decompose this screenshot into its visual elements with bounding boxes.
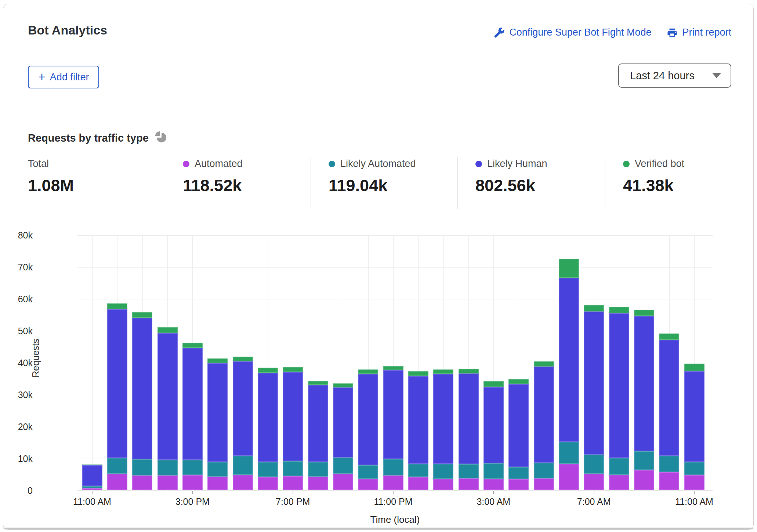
bar-segment-likely-automated (333, 458, 353, 474)
bot-analytics-card: Bot Analytics Configure Super Bot Fight … (3, 4, 754, 530)
bar-segment-likely-human (508, 384, 529, 467)
y-tick-label: 20k (0, 422, 33, 432)
stacked-bar-10-00-pm[interactable] (358, 369, 378, 490)
bar-segment-verified-bot (609, 307, 629, 313)
y-tick-label: 70k (0, 262, 33, 273)
stat-label: Likely Automated (340, 158, 416, 170)
add-filter-label: Add filter (50, 72, 89, 83)
bar-segment-verified-bot (659, 334, 679, 340)
bar-segment-automated (609, 475, 629, 490)
section-title: Requests by traffic type (28, 132, 149, 144)
stacked-bar-4-00-pm[interactable] (207, 358, 228, 490)
y-tick-label: 50k (0, 326, 33, 336)
stacked-bar-5-00-am[interactable] (534, 361, 554, 490)
x-tick-label: 7:00 AM (577, 496, 611, 507)
time-range-value: Last 24 hours (630, 70, 695, 82)
stacked-bar-6-00-am[interactable] (559, 259, 579, 490)
y-tick-label: 40k (0, 358, 33, 368)
print-report-link[interactable]: Print report (667, 27, 731, 38)
stacked-bar-11-00-pm[interactable] (383, 366, 403, 490)
stacked-bar-12-00-am[interactable] (408, 371, 428, 490)
stacked-bar-9-00-pm[interactable] (333, 383, 353, 490)
legend-dot (623, 161, 630, 167)
x-tick-label: 3:00 AM (477, 496, 510, 507)
add-filter-button[interactable]: + Add filter (28, 66, 99, 88)
bar-segment-automated (258, 477, 278, 490)
stat-value: 1.08M (28, 176, 165, 195)
bar-segment-likely-human (584, 311, 604, 455)
stacked-bar-10-00-am[interactable] (659, 334, 679, 490)
wrench-icon (494, 27, 505, 38)
x-tick-label: 11:00 AM (73, 496, 111, 507)
stacked-bar-2-00-pm[interactable] (157, 327, 178, 490)
stacked-bar-3-00-pm[interactable] (182, 343, 203, 490)
stat-value: 118.52k (183, 176, 311, 195)
bar-segment-likely-automated (459, 464, 479, 478)
stacked-bar-1-00-am[interactable] (433, 369, 453, 490)
legend-dot (475, 161, 482, 167)
bar-segment-verified-bot (358, 369, 378, 374)
stacked-bar-8-00-pm[interactable] (308, 381, 328, 490)
bar-segment-likely-human (609, 313, 629, 458)
bar-segment-likely-automated (483, 463, 504, 479)
stat-likely-human: Likely Human802.56k (457, 157, 605, 209)
y-tick-label: 30k (0, 390, 33, 400)
bar-segment-verified-bot (534, 361, 554, 367)
bar-segment-likely-human (283, 372, 303, 461)
bar-segment-likely-human (459, 374, 479, 464)
bar-segment-automated (107, 474, 127, 490)
bar-segment-likely-automated (433, 464, 453, 479)
gridline-h (77, 235, 713, 236)
stat-value: 802.56k (475, 176, 605, 195)
bar-segment-verified-bot (383, 366, 403, 370)
stat-value: 41.38k (623, 176, 748, 195)
stacked-bar-8-00-am[interactable] (609, 307, 629, 490)
bar-segment-automated (233, 475, 253, 490)
bar-segment-likely-human (333, 387, 353, 458)
bar-segment-verified-bot (258, 368, 278, 373)
bar-segment-likely-automated (207, 462, 228, 477)
bar-segment-automated (408, 477, 428, 490)
stacked-bar-11-00-am[interactable] (684, 364, 705, 490)
bar-segment-verified-bot (408, 371, 428, 376)
page-title: Bot Analytics (28, 23, 107, 37)
bar-segment-likely-human (308, 385, 328, 462)
bar-segment-likely-automated (609, 458, 629, 475)
bar-segment-likely-automated (157, 460, 178, 475)
bar-segment-verified-bot (157, 327, 178, 333)
printer-icon (667, 27, 678, 38)
bar-segment-verified-bot (684, 364, 705, 372)
configure-super-bot-fight-mode-link[interactable]: Configure Super Bot Fight Mode (494, 27, 651, 38)
y-tick-label: 80k (0, 230, 33, 241)
x-tick-mark (92, 491, 93, 494)
stacked-bar-12-00-pm[interactable] (107, 303, 127, 490)
gridline-h (77, 299, 713, 299)
bar-segment-likely-automated (659, 456, 679, 472)
bar-segment-automated (182, 475, 203, 490)
bar-segment-automated (559, 464, 579, 490)
stacked-bar-4-00-am[interactable] (508, 379, 529, 490)
print-link-label: Print report (682, 27, 731, 38)
stacked-bar-1-00-pm[interactable] (132, 312, 152, 490)
x-tick-mark (694, 491, 695, 494)
stacked-bar-5-00-pm[interactable] (233, 357, 253, 490)
stacked-bar-7-00-pm[interactable] (283, 367, 303, 490)
pie-chart-icon (155, 131, 168, 145)
stat-value: 119.04k (329, 176, 457, 195)
stacked-bar-11-00-am[interactable] (82, 464, 102, 490)
bar-segment-verified-bot (182, 343, 203, 348)
bar-segment-verified-bot (132, 312, 152, 318)
section-title-row: Requests by traffic type (28, 131, 168, 145)
stacked-bar-7-00-am[interactable] (584, 305, 604, 490)
gridline-v (92, 235, 93, 491)
bar-segment-likely-automated (684, 462, 705, 475)
bar-segment-automated (132, 475, 152, 490)
time-range-select[interactable]: Last 24 hours (618, 63, 731, 88)
stacked-bar-3-00-am[interactable] (483, 381, 504, 490)
stacked-bar-9-00-am[interactable] (634, 310, 654, 490)
bar-segment-likely-human (207, 363, 228, 462)
header-links: Configure Super Bot Fight Mode Print rep… (494, 27, 731, 38)
stacked-bar-6-00-pm[interactable] (258, 368, 278, 490)
stacked-bar-2-00-am[interactable] (459, 369, 479, 490)
bar-segment-likely-human (684, 371, 705, 462)
